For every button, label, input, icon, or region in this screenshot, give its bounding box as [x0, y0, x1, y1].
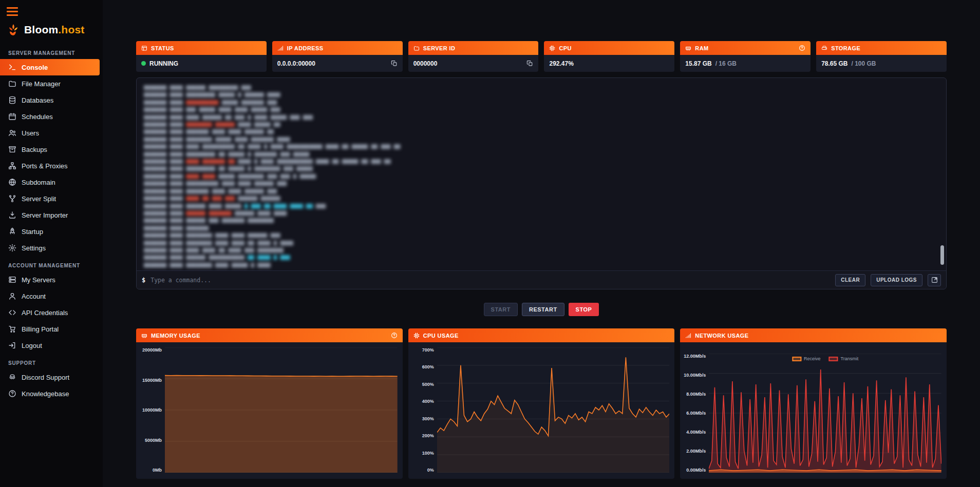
log-line: ▆▆▆▆▆▆▆ ▆▆▆▆ ▆▆▆ ▆▆▆▆▆ ▆▆▆▆ ▆▆▆▆ ▆▆▆▆▆ ▆… [144, 105, 939, 112]
stat-label: SERVER ID [423, 45, 456, 51]
sidebar-item-startup[interactable]: Startup [0, 223, 100, 240]
y-tick-label: 400% [411, 399, 434, 404]
sidebar-item-logout[interactable]: Logout [0, 337, 100, 354]
chart-header: MEMORY USAGE [136, 328, 403, 342]
stat-label: RAM [695, 45, 708, 51]
sidebar-item-databases[interactable]: Databases [0, 92, 100, 108]
log-line: ▆▆▆▆▆▆▆ ▆▆▆▆ ▆▆▆▆▆▆▆▆▆▆ ▆▆▆▆▆ ▆▆▆▆▆▆▆ ▆▆… [144, 98, 939, 105]
stat-card-header: STATUS [136, 41, 267, 55]
bloom-flower-icon [7, 23, 20, 36]
logout-icon [8, 341, 16, 349]
y-tick-label: 100% [411, 451, 434, 456]
sidebar-item-label: Startup [22, 228, 43, 236]
y-tick-label: 200% [411, 433, 434, 438]
clear-button[interactable]: CLEAR [835, 274, 865, 286]
stat-card-storage: STORAGE78.65 GB/ 100 GB [816, 41, 947, 72]
stat-card-ram: RAM15.87 GB/ 16 GB [680, 41, 811, 72]
console-input-row: $ CLEAR UPLOAD LOGS [137, 270, 946, 289]
chart-plot [165, 347, 398, 473]
nav-section-title: ACCOUNT MANAGEMENT [0, 256, 103, 271]
signal-icon [685, 333, 691, 339]
legend-swatch [829, 357, 838, 361]
sidebar-item-users[interactable]: Users [0, 125, 100, 141]
chart-plot [437, 347, 670, 473]
start-button[interactable]: START [484, 303, 518, 316]
users-icon [8, 129, 16, 137]
chart-title: MEMORY USAGE [151, 333, 200, 339]
sidebar-item-my-servers[interactable]: My Servers [0, 271, 100, 288]
log-line: ▆▆▆▆▆▆▆ ▆▆▆▆ ▆▆▆▆▆▆▆ ▆▆▆▆ ▆▆▆▆ ▆▆▆▆▆▆ ▆▆… [144, 187, 939, 194]
sidebar-item-backups[interactable]: Backups [0, 141, 100, 158]
rocket-icon [8, 227, 16, 236]
log-line: ▆▆▆▆▆▆▆ ▆▆▆▆ ▆▆▆▆▆▆▆▆ ▆▆▆▆ ▆▆▆▆ ▆▆ ▆▆▆▆ … [144, 239, 939, 246]
stat-label: STATUS [151, 45, 174, 51]
help-icon[interactable] [391, 332, 398, 339]
chart-body: 20000Mb15000Mb10000Mb5000Mb0Mb [136, 342, 403, 479]
stop-button[interactable]: STOP [569, 303, 599, 316]
y-tick-label: 5000Mb [139, 438, 162, 443]
copy-icon[interactable] [526, 60, 533, 67]
servers-icon [8, 276, 16, 284]
y-axis: 20000Mb15000Mb10000Mb5000Mb0Mb [139, 347, 165, 473]
chip-icon [413, 333, 420, 339]
sidebar-item-server-importer[interactable]: Server Importer [0, 207, 100, 223]
discord-icon [8, 373, 16, 381]
log-line: ▆▆▆▆▆▆▆ ▆▆▆▆ ▆▆▆▆▆▆▆ ▆▆▆▆ ▆▆▆▆ ▆▆▆▆▆▆ ▆▆ [144, 127, 939, 134]
calendar-icon [8, 112, 16, 121]
sidebar-item-server-split[interactable]: Server Split [0, 190, 100, 207]
question-icon [8, 389, 16, 398]
database-icon [8, 96, 16, 104]
y-tick-label: 10000Mb [139, 407, 162, 413]
sidebar-item-account[interactable]: Account [0, 288, 100, 304]
sidebar-item-settings[interactable]: Settings [0, 240, 100, 256]
chart-card-cpu-usage: CPU USAGE700%600%500%400%300%200%100%0% [408, 328, 675, 479]
sidebar-item-api-credentials[interactable]: API Credentials [0, 304, 100, 321]
sidebar-item-file-manager[interactable]: File Manager [0, 75, 100, 92]
sidebar-item-billing-portal[interactable]: Billing Portal [0, 321, 100, 337]
split-icon [8, 194, 16, 203]
console-log[interactable]: ▆▆▆▆▆▆▆ ▆▆▆▆ ▆▆▆▆▆▆ ▆▆▆▆▆▆▆▆▆ ▆▆▆▆▆▆▆▆▆▆… [137, 78, 946, 270]
sidebar-item-console[interactable]: Console [0, 59, 100, 75]
y-tick-label: 0.00Mb/s [683, 467, 706, 473]
legend-item-receive: Receive [792, 356, 821, 361]
sidebar-item-knowledgebase[interactable]: Knowledgebase [0, 385, 100, 402]
network-icon [8, 162, 16, 170]
log-line: ▆▆▆▆▆▆▆ ▆▆▆▆ ▆▆▆▆▆▆▆▆▆ ▆▆ ▆▆▆▆▆ ▆ ▆▆▆▆▆▆… [144, 150, 939, 157]
command-input[interactable] [150, 277, 830, 284]
log-line: ▆▆▆▆▆▆▆ ▆▆▆▆ ▆▆▆▆▆▆ ▆▆▆▆▆▆▆▆▆ ▆▆▆ [144, 83, 939, 90]
scrollbar-thumb[interactable] [940, 245, 944, 265]
sidebar-item-schedules[interactable]: Schedules [0, 108, 100, 125]
log-line: ▆▆▆▆▆▆▆ ▆▆▆▆ ▆▆▆▆▆▆▆ [144, 224, 939, 231]
restart-button[interactable]: RESTART [522, 303, 564, 316]
expand-console-button[interactable] [928, 274, 941, 286]
log-line: ▆▆▆▆▆▆▆ ▆▆▆▆ ▆▆▆▆▆▆▆▆ ▆▆▆▆ ▆▆▆▆ ▆▆▆▆▆▆ ▆… [144, 231, 939, 238]
y-tick-label: 300% [411, 416, 434, 421]
sidebar-item-label: File Manager [22, 80, 61, 88]
sidebar-item-subdomain[interactable]: Subdomain [0, 174, 100, 190]
chart-canvas [437, 347, 670, 473]
chart-title: CPU USAGE [423, 333, 459, 339]
sidebar-item-label: Knowledgebase [22, 390, 69, 398]
stat-card-body: 15.87 GB/ 16 GB [680, 55, 811, 72]
folder-icon [8, 80, 16, 88]
code-icon [8, 308, 16, 317]
chart-plot: ReceiveTransmit [709, 354, 941, 473]
sidebar-item-discord-support[interactable]: Discord Support [0, 369, 100, 385]
brand-logo[interactable]: Bloom.host [0, 21, 103, 44]
log-line: ▆▆▆▆▆▆▆ ▆▆▆▆ ▆▆▆▆▆▆ ▆▆▆▆ ▆▆▆▆▆ ▆ ▆▆▆ ▆▆ … [144, 202, 939, 209]
sidebar-item-ports-proxies[interactable]: Ports & Proxies [0, 158, 100, 174]
stat-label: IP ADDRESS [287, 45, 324, 51]
help-icon[interactable] [799, 45, 805, 51]
menu-icon[interactable] [7, 7, 18, 16]
copy-icon[interactable] [391, 60, 398, 67]
folder-icon [413, 45, 420, 51]
sidebar-item-label: Databases [22, 96, 53, 104]
y-tick-label: 20000Mb [139, 347, 162, 353]
stat-card-server-id: SERVER ID0000000 [408, 41, 539, 72]
stats-row: STATUSRUNNINGIP ADDRESS0.0.0.0:00000SERV… [136, 41, 947, 72]
chart-card-memory-usage: MEMORY USAGE20000Mb15000Mb10000Mb5000Mb0… [136, 328, 403, 479]
upload-logs-button[interactable]: UPLOAD LOGS [871, 274, 922, 286]
sidebar-item-label: Account [22, 293, 46, 300]
y-tick-label: 15000Mb [139, 378, 162, 383]
log-line: ▆▆▆▆▆▆▆ ▆▆▆▆ ▆▆▆▆ ▆▆ ▆▆▆ ▆▆▆ ▆▆▆▆▆▆ ▆▆▆▆… [144, 194, 939, 201]
